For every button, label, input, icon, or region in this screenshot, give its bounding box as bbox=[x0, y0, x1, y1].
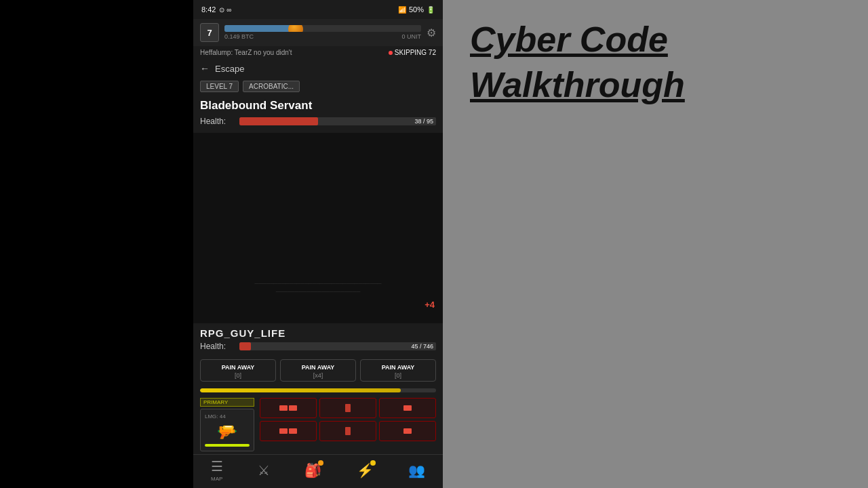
weapon-primary-badge: PRIMARY bbox=[200, 398, 254, 407]
nav-item-skills[interactable]: ⚡ bbox=[357, 462, 374, 479]
weapon-slots bbox=[260, 398, 436, 441]
nav-item-map[interactable]: ☰ MAP bbox=[211, 458, 223, 482]
weapon-slot-2[interactable] bbox=[319, 398, 376, 418]
gear-icon[interactable]: ⚙ bbox=[427, 26, 436, 39]
skip-dot bbox=[389, 51, 393, 55]
xp-btc-label: 0.149 BTC bbox=[224, 33, 254, 40]
weapon-slot-4[interactable] bbox=[260, 421, 317, 441]
skill-1-name: PAIN AWAY bbox=[222, 364, 255, 371]
player-health-fill bbox=[239, 342, 251, 350]
player-name: RPG_GUY_LIFE bbox=[200, 327, 436, 339]
escape-nav[interactable]: ← Escape bbox=[193, 59, 443, 78]
title-line1: Cyber Code bbox=[470, 20, 668, 59]
enemy-health-bar-wrapper: 38 / 95 bbox=[239, 117, 436, 125]
tag-level: LEVEL 7 bbox=[200, 81, 239, 92]
enemy-health-label: Health: bbox=[200, 117, 234, 126]
skill-1-count: [0] bbox=[235, 372, 241, 379]
player-health-track: 45 / 746 bbox=[239, 342, 436, 350]
skill-btn-3[interactable]: PAIN AWAY [0] bbox=[360, 359, 436, 382]
social-icon: 👥 bbox=[408, 462, 425, 479]
battle-area: ───────────────────────────────── ──────… bbox=[193, 133, 443, 323]
skills-row: PAIN AWAY [0] PAIN AWAY [x4] PAIN AWAY [… bbox=[193, 355, 443, 386]
battle-counter: +4 bbox=[425, 300, 435, 310]
bottom-nav: ☰ MAP ⚔ 🎒 ⚡ 👥 bbox=[193, 454, 443, 488]
gun-icon: 🔫 bbox=[217, 422, 237, 441]
enemy-health-track: 38 / 95 bbox=[239, 117, 436, 125]
enemy-name: Bladebound Servant bbox=[200, 99, 436, 113]
left-panel bbox=[0, 0, 193, 488]
weapon-primary-area: PRIMARY LMG: 44 🔫 bbox=[200, 398, 254, 451]
battle-overlay-text: ───────────────────────────────── ──────… bbox=[200, 280, 436, 296]
skip-badge: SKIPPING 72 bbox=[389, 49, 436, 56]
skill-2-count: [x4] bbox=[313, 372, 323, 379]
level-badge: 7 bbox=[200, 23, 219, 42]
nav-item-character[interactable]: ⚔ bbox=[258, 462, 270, 479]
slot-block-alt-2 bbox=[345, 427, 351, 435]
enemy-health-row: Health: 38 / 95 bbox=[200, 117, 436, 126]
enemy-health-text: 38 / 95 bbox=[414, 118, 433, 125]
signal-icon: 📶 bbox=[398, 6, 406, 14]
skip-label: SKIPPING 72 bbox=[395, 49, 436, 56]
skill-btn-1[interactable]: PAIN AWAY [0] bbox=[200, 359, 276, 382]
weapon-ammo-bar bbox=[205, 444, 250, 447]
xp-orb bbox=[288, 25, 303, 32]
skill-btn-2[interactable]: PAIN AWAY [x4] bbox=[280, 359, 356, 382]
weapon-area: PRIMARY LMG: 44 🔫 bbox=[193, 395, 443, 454]
phone-panel: 8:42 ⊙ ∞ 📶 50% 🔋 7 0.149 BTC 0 UNIT ⚙ He… bbox=[193, 0, 443, 488]
slot-block-4 bbox=[279, 428, 288, 434]
skill-3-name: PAIN AWAY bbox=[382, 364, 415, 371]
back-arrow-icon[interactable]: ← bbox=[200, 63, 210, 74]
enemy-health-fill bbox=[239, 117, 318, 125]
slot-block-5 bbox=[289, 428, 297, 434]
inventory-badge-dot bbox=[318, 460, 323, 466]
tag-ability: ACROBATIC... bbox=[243, 81, 300, 92]
skills-badge-dot bbox=[370, 460, 376, 466]
nav-item-social[interactable]: 👥 bbox=[408, 462, 425, 479]
weapon-slot-5[interactable] bbox=[319, 421, 376, 441]
xp-bar-track bbox=[224, 25, 421, 32]
player-section: RPG_GUY_LIFE Health: 45 / 746 bbox=[193, 323, 443, 355]
player-health-label: Health: bbox=[200, 342, 234, 351]
weapon-slot-1[interactable] bbox=[260, 398, 317, 418]
enemy-section: Bladebound Servant Health: 38 / 95 bbox=[193, 95, 443, 133]
character-icon: ⚔ bbox=[258, 462, 270, 479]
skill-3-count: [0] bbox=[395, 372, 401, 379]
battery-display: 50% bbox=[409, 5, 424, 14]
slot-block-2 bbox=[289, 405, 297, 411]
chat-text: Heffalump: TearZ no you didn't bbox=[200, 49, 292, 56]
slot-block-6 bbox=[403, 428, 412, 434]
player-health-row: Health: 45 / 746 bbox=[200, 342, 436, 351]
weapon-card[interactable]: LMG: 44 🔫 bbox=[200, 409, 254, 451]
player-health-bar-wrapper: 45 / 746 bbox=[239, 342, 436, 350]
xp-bar-fill bbox=[224, 25, 297, 32]
battery-icon: 🔋 bbox=[427, 6, 435, 14]
status-right: 📶 50% 🔋 bbox=[398, 5, 435, 14]
map-icon: ☰ bbox=[211, 458, 223, 474]
chat-bar: Heffalump: TearZ no you didn't SKIPPING … bbox=[193, 46, 443, 59]
xp-bar-area: 7 0.149 BTC 0 UNIT ⚙ bbox=[193, 19, 443, 46]
weapon-slot-3[interactable] bbox=[379, 398, 436, 418]
slot-block-1 bbox=[279, 405, 288, 411]
status-bar: 8:42 ⊙ ∞ 📶 50% 🔋 bbox=[193, 0, 443, 19]
cooldown-bar-fill bbox=[200, 388, 401, 392]
time-display: 8:42 bbox=[201, 5, 216, 14]
right-panel: Cyber Code Walkthrough bbox=[443, 0, 868, 488]
nav-item-inventory[interactable]: 🎒 bbox=[304, 462, 321, 479]
status-icons: ⊙ ∞ bbox=[219, 6, 231, 14]
slot-block-alt-1 bbox=[345, 404, 351, 412]
nav-map-label: MAP bbox=[211, 476, 222, 482]
player-health-text: 45 / 746 bbox=[411, 343, 433, 350]
slot-block-3 bbox=[403, 405, 412, 411]
weapon-slot-6[interactable] bbox=[379, 421, 436, 441]
action-bar-area bbox=[193, 386, 443, 395]
status-left: 8:42 ⊙ ∞ bbox=[201, 5, 231, 14]
cooldown-bar-track bbox=[200, 388, 436, 392]
escape-label: Escape bbox=[215, 64, 244, 74]
xp-bar-container: 0.149 BTC 0 UNIT bbox=[224, 25, 421, 40]
tags-row: LEVEL 7 ACROBATIC... bbox=[193, 78, 443, 95]
xp-text-row: 0.149 BTC 0 UNIT bbox=[224, 33, 421, 40]
xp-unit-label: 0 UNIT bbox=[401, 33, 421, 40]
skill-2-name: PAIN AWAY bbox=[302, 364, 335, 371]
title-line2: Walkthrough bbox=[470, 66, 685, 104]
weapon-ammo-label: LMG: 44 bbox=[205, 413, 226, 420]
